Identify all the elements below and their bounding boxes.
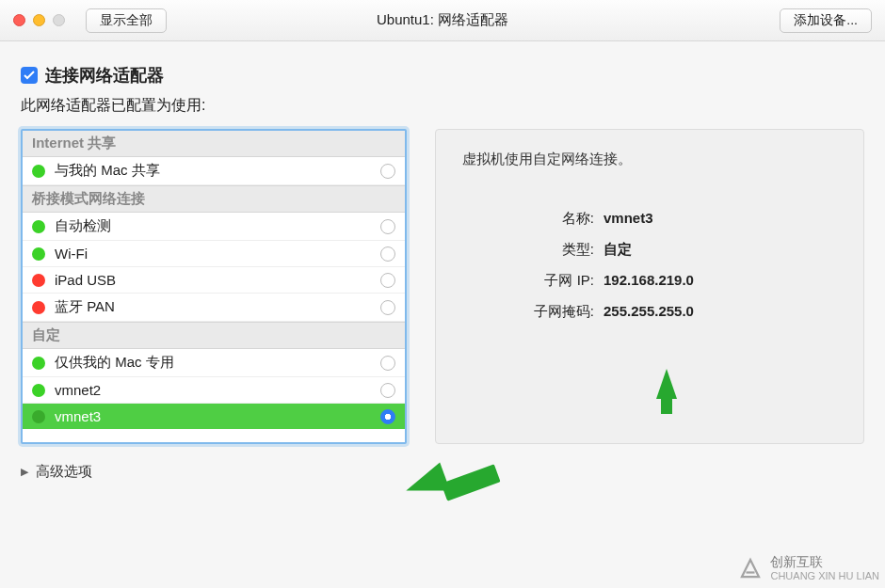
connect-adapter-checkbox[interactable] [21, 67, 38, 84]
show-all-button[interactable]: 显示全部 [86, 8, 167, 33]
status-dot-icon [32, 165, 45, 178]
subnet-mask-label: 子网掩码: [462, 303, 603, 321]
radio-icon[interactable] [380, 300, 395, 315]
status-dot-icon [32, 384, 45, 397]
subnet-mask-value: 255.255.255.0 [603, 303, 837, 319]
network-list[interactable]: Internet 共享 与我的 Mac 共享 桥接模式网络连接 自动检测 Wi-… [21, 129, 407, 444]
status-dot-icon [32, 357, 45, 370]
content: 连接网络适配器 此网络适配器已配置为使用: Internet 共享 与我的 Ma… [0, 41, 885, 481]
status-dot-icon [32, 301, 45, 314]
network-row-ipad-usb[interactable]: iPad USB [23, 267, 405, 294]
subnet-ip-value: 192.168.219.0 [603, 272, 837, 288]
radio-icon[interactable] [380, 219, 395, 234]
details-kv: 名称: vmnet3 类型: 自定 子网 IP: 192.168.219.0 子… [462, 210, 837, 321]
name-label: 名称: [462, 210, 603, 228]
network-row-autodetect[interactable]: 自动检测 [23, 213, 405, 241]
group-header-internet-sharing: Internet 共享 [23, 131, 405, 157]
watermark-en: CHUANG XIN HU LIAN [770, 570, 879, 581]
watermark: 创新互联 CHUANG XIN HU LIAN [736, 554, 879, 582]
network-row-label: 与我的 Mac 共享 [55, 162, 160, 180]
type-value: 自定 [603, 241, 837, 259]
status-dot-icon [32, 220, 45, 233]
connect-adapter-label: 连接网络适配器 [45, 64, 164, 87]
add-device-button[interactable]: 添加设备... [780, 8, 872, 33]
titlebar: 显示全部 Ubuntu1: 网络适配器 添加设备... [0, 0, 885, 41]
zoom-icon [53, 14, 65, 26]
network-row-label: vmnet2 [55, 382, 101, 398]
close-icon[interactable] [13, 14, 25, 26]
radio-icon[interactable] [380, 383, 395, 398]
watermark-logo-icon [736, 554, 764, 582]
configured-subtitle: 此网络适配器已配置为使用: [21, 96, 864, 116]
group-header-bridged: 桥接模式网络连接 [23, 185, 405, 213]
name-value: vmnet3 [603, 210, 837, 226]
radio-icon[interactable] [380, 273, 395, 288]
details-description: 虚拟机使用自定网络连接。 [462, 151, 837, 168]
network-row-label: iPad USB [55, 272, 116, 288]
traffic-lights [13, 14, 65, 26]
subnet-ip-label: 子网 IP: [462, 272, 603, 290]
network-row-label: vmnet3 [55, 408, 101, 424]
network-row-label: 蓝牙 PAN [55, 298, 115, 316]
network-row-label: Wi-Fi [55, 246, 88, 262]
advanced-options-row[interactable]: ▶ 高级选项 [21, 463, 864, 481]
network-row-mac-only[interactable]: 仅供我的 Mac 专用 [23, 349, 405, 377]
network-row-label: 仅供我的 Mac 专用 [55, 354, 174, 372]
connect-adapter-row: 连接网络适配器 [21, 64, 864, 87]
details-panel: 虚拟机使用自定网络连接。 名称: vmnet3 类型: 自定 子网 IP: 19… [435, 129, 864, 444]
network-row-vmnet3[interactable]: vmnet3 [23, 404, 405, 429]
type-label: 类型: [462, 241, 603, 259]
network-row-wifi[interactable]: Wi-Fi [23, 241, 405, 267]
radio-icon[interactable] [380, 246, 395, 262]
group-header-custom: 自定 [23, 322, 405, 349]
advanced-options-label: 高级选项 [36, 463, 92, 481]
status-dot-icon [32, 274, 45, 287]
radio-icon[interactable] [380, 164, 395, 179]
status-dot-icon [32, 410, 45, 423]
disclosure-triangle-icon[interactable]: ▶ [21, 466, 28, 478]
radio-icon[interactable] [380, 356, 395, 371]
radio-icon[interactable] [380, 409, 395, 424]
network-row-label: 自动检测 [55, 217, 111, 235]
network-row-bluetooth-pan[interactable]: 蓝牙 PAN [23, 294, 405, 322]
network-row-share-mac[interactable]: 与我的 Mac 共享 [23, 157, 405, 185]
minimize-icon[interactable] [33, 14, 45, 26]
panels: Internet 共享 与我的 Mac 共享 桥接模式网络连接 自动检测 Wi-… [21, 129, 864, 444]
network-row-vmnet2[interactable]: vmnet2 [23, 377, 405, 404]
watermark-cn: 创新互联 [770, 555, 879, 569]
status-dot-icon [32, 247, 45, 261]
